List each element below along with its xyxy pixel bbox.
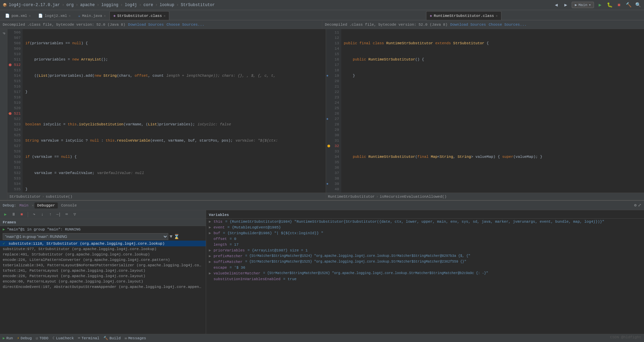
search-button[interactable]: 🔍 [635,2,641,8]
debug-run-button[interactable]: 🐛 [606,2,613,8]
build-label: Build [109,336,121,340]
var-toggle-7[interactable]: ▶ [209,260,212,264]
evaluate-button[interactable]: ⌨ [63,211,70,218]
stop-debug-button[interactable]: ■ [18,211,25,218]
decompile-banner-row: Decompiled .class file, bytecode version… [0,20,644,29]
step-into-button[interactable]: ↓ [39,211,46,218]
back-button[interactable]: ◀ [553,2,560,8]
build-action[interactable]: 🔨 Build [103,336,121,340]
thread-select[interactable]: "main"@1 in group "main": RUNNING [3,233,168,240]
resume-button[interactable]: ▶ [2,211,9,218]
tab-pom-xml[interactable]: 📄 pom.xml ✕ [1,11,34,20]
sidebar-project[interactable]: P [1,30,7,36]
todo-label: TODO [40,336,48,340]
rcode-14 [341,89,644,95]
frame-item-5[interactable]: toText:241, PatternLayout (org.apache.lo… [0,268,206,273]
step-over-button[interactable]: ↷ [31,211,38,218]
ln-531: 531 [7,165,23,170]
ln-511: 511 [7,57,23,62]
left-editor-content[interactable]: 506 507 508 509 510 511 512 513 514 515 … [7,29,326,193]
debug-tab-console[interactable]: Console [58,202,79,209]
close-tab-log4j2[interactable]: ✕ [69,14,71,18]
todo-icon: ☑ [36,336,38,340]
var-toggle-5[interactable]: ▶ [209,248,212,252]
close-tab-main[interactable]: ✕ [104,14,106,18]
rln-20: 20 [326,78,341,84]
var-toggle-9[interactable]: ▶ [209,271,212,275]
left-status-bar: StrSubstitutor › substitute() [7,193,326,200]
close-tab-pom[interactable]: ✕ [29,14,31,18]
download-sources-left[interactable]: Download Sources [128,23,164,27]
tab-strsubstitutor[interactable]: ◆ StrSubstitutor.class ✕ [109,11,169,20]
luacheck-action[interactable]: ☾ LuaCheck [52,336,74,340]
pause-button[interactable]: ⏸ [10,211,17,218]
download-sources-right[interactable]: Download Sources [450,23,486,27]
tab-main-java[interactable]: ☕ Main.java ✕ [74,11,109,20]
debug-action-label: Debug [21,336,32,340]
left-line-numbers: 506 507 508 509 510 511 512 513 514 515 … [7,29,23,193]
settings-icon[interactable]: ⚙ [634,203,637,208]
var-spacer-3: ▶ [209,237,212,241]
java-icon: ☕ [78,14,80,18]
var-toggle-0[interactable]: ▶ [209,219,212,224]
ln-514: 514 [7,73,23,78]
frame-item-4[interactable]: toSerializable:343, PatternLayout$NoForm… [0,263,206,268]
var-toggle-1[interactable]: ▶ [209,225,212,229]
debug-tab-debugger[interactable]: Debugger [34,202,58,209]
frame-item-0[interactable]: ✓ substitute:1110, StrSubstitutor (org.a… [0,241,206,246]
left-code-area: 506 507 508 509 510 511 512 513 514 515 … [7,29,326,193]
ln-524: 524 [7,127,23,132]
run-action[interactable]: ▶ Run [3,336,13,340]
left-breadcrumb: StrSubstitutor › substitute() [9,195,72,199]
run-cursor-button[interactable]: →| [55,211,62,218]
messages-action[interactable]: ✉ Messages [125,336,146,340]
run-button[interactable]: ▶ [597,2,603,8]
frame-item-2[interactable]: replace:491, StrSubstitutor (org.apache.… [0,252,206,257]
forward-button[interactable]: ▶ [562,2,569,8]
frame-item-6[interactable]: encode:226, PatternLayout (org.apache.lo… [0,273,206,279]
rln-33: 33 [326,149,341,154]
debug-action[interactable]: ⚡ Debug [17,336,32,340]
rcode-11: public final class RuntimeStrSubstitutor… [341,41,644,46]
frame-item-3[interactable]: encode:226, LiteralPatternConverter (org… [0,257,206,263]
thread-filter-icon[interactable]: ⌛ [174,234,179,240]
ln-509: 509 [7,46,23,51]
thread-item: ▶ "main"@1 in group "main": RUNNING [0,226,206,233]
choose-sources-right[interactable]: Choose Sources... [489,23,526,27]
debug-content: ▶ ⏸ ■ ↷ ↓ ↑ →| ⌨ ▽ Frames ▶ [0,210,644,334]
messages-label: Messages [128,336,146,340]
thread-down-icon[interactable]: ▼ [170,234,172,239]
rln-21: 21 [326,84,341,89]
build-button[interactable]: 🔨 [625,2,632,8]
terminal-icon: ⌨ [78,336,80,340]
var-toggle-6[interactable]: ▶ [209,254,212,258]
left-sidebar: P [0,29,7,200]
tab-runtimestrsubstitutor[interactable]: ◆ RuntimeStrSubstitutor.class ✕ [426,11,501,20]
ln-519: 519 [7,100,23,105]
step-out-button[interactable]: ↑ [47,211,54,218]
frame-item-1[interactable]: substitute:977, StrSubstitutor (org.apac… [0,246,206,252]
watermark: CSDN @hldfight [610,335,641,339]
var-spacer-8: ▶ [209,265,212,270]
right-editor-content[interactable]: 11 12 13 14 15 16 17 18 ◉19 20 21 22 23 … [326,29,644,193]
tab-log4j2-xml[interactable]: 📄 log4j2.xml ✕ [34,11,74,20]
ln-513: 513 [7,68,23,73]
ln-535: 535 [7,187,23,192]
frame-item-7[interactable]: encode:60, PatternLayout (org.apache.log… [0,279,206,284]
close-tab-runtime[interactable]: ✕ [496,14,498,18]
todo-action[interactable]: ☑ TODO [36,336,48,340]
run-config-selector[interactable]: ▶ Main ▾ [572,2,594,8]
var-toggle-2[interactable]: ▶ [209,231,212,235]
filter-button[interactable]: ▽ [71,211,78,218]
terminal-action[interactable]: ⌨ Terminal [78,336,99,340]
rcode-16 [341,122,644,127]
var-item-7: ▶ suffixMatcher = {StrMatcher$StringMatc… [206,259,644,265]
lua-icon: ☾ [52,336,55,340]
frame-item-8[interactable]: directEncodeEvent:197, AbstractOutputStr… [0,284,206,290]
ln-508: 508 [7,41,23,46]
close-tab-strsubstitutor[interactable]: ✕ [164,14,166,18]
choose-sources-left[interactable]: Choose Sources... [167,23,204,27]
stop-button[interactable]: ■ [616,2,622,8]
maximize-icon[interactable]: ⤢ [638,203,641,208]
rcode-13: } [341,73,644,78]
